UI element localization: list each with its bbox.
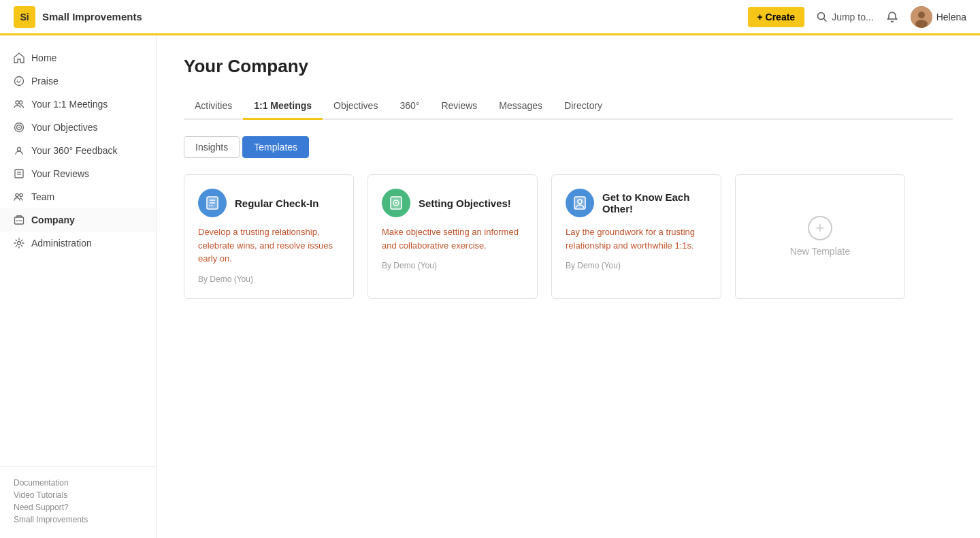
tab-meetings[interactable]: 1:1 Meetings	[243, 93, 323, 120]
tab-messages[interactable]: Messages	[488, 93, 553, 120]
sidebar-item-home[interactable]: Home	[0, 46, 156, 69]
card-desc-1: Develop a trusting relationship, celebra…	[198, 225, 340, 266]
svg-point-27	[209, 205, 210, 206]
sidebar-item-team-label: Team	[31, 191, 54, 202]
notifications-button[interactable]	[886, 11, 898, 23]
card-desc-3: Lay the groundwork for a trusting relati…	[566, 225, 707, 252]
app-name: Small Improvements	[42, 11, 142, 22]
sidebar-item-company[interactable]: Company	[0, 208, 156, 232]
svg-point-31	[395, 202, 397, 204]
tab-activities[interactable]: Activities	[184, 93, 243, 120]
new-template-card[interactable]: + New Template	[735, 174, 905, 299]
footer-link-brand[interactable]: Small Improvements	[14, 515, 142, 524]
sidebar-item-reviews-label: Your Reviews	[31, 168, 89, 179]
card-title-2: Setting Objectives!	[419, 197, 511, 209]
svg-point-4	[915, 20, 928, 28]
praise-icon	[14, 76, 24, 86]
footer-link-docs[interactable]: Documentation	[14, 478, 142, 488]
card-author-2: By Demo (You)	[382, 261, 437, 270]
sub-tab-templates[interactable]: Templates	[242, 136, 309, 158]
page-title: Your Company	[184, 56, 953, 77]
sidebar-item-admin[interactable]: Administration	[0, 232, 156, 255]
company-icon	[14, 215, 24, 225]
card-author-3: By Demo (You)	[566, 261, 621, 270]
sidebar-item-home-label: Home	[31, 52, 56, 63]
sidebar-item-feedback[interactable]: Your 360° Feedback	[0, 139, 156, 162]
sidebar-item-objectives-label: Your Objectives	[31, 122, 98, 133]
footer-link-support[interactable]: Need Support?	[14, 503, 142, 512]
nav-brand: Si Small Improvements	[14, 6, 142, 28]
svg-point-17	[16, 193, 18, 196]
tab-360[interactable]: 360°	[389, 93, 430, 120]
create-button[interactable]: + Create	[748, 7, 805, 27]
card-icon-blue	[198, 189, 227, 217]
main-tabs: Activities 1:1 Meetings Objectives 360° …	[184, 93, 953, 120]
sidebar-item-team[interactable]: Team	[0, 185, 156, 208]
tab-reviews[interactable]: Reviews	[430, 93, 488, 120]
sidebar-item-praise-label: Praise	[31, 76, 59, 86]
home-icon	[14, 52, 24, 63]
top-navigation: Si Small Improvements + Create Jump to..…	[0, 0, 980, 35]
user-menu-button[interactable]: Helena	[911, 6, 966, 28]
template-card-get-to-know[interactable]: Get to Know Each Other! Lay the groundwo…	[551, 174, 721, 299]
sidebar: Home Praise Your	[0, 35, 157, 538]
svg-point-28	[212, 205, 213, 206]
svg-point-5	[15, 77, 24, 86]
svg-point-8	[16, 101, 19, 104]
card-header: Regular Check-In	[198, 189, 340, 217]
svg-point-12	[18, 127, 20, 128]
sidebar-item-meetings-label: Your 1:1 Meetings	[31, 99, 108, 110]
sidebar-footer: Documentation Video Tutorials Need Suppo…	[0, 466, 156, 538]
svg-point-23	[18, 242, 21, 245]
svg-point-13	[18, 148, 21, 151]
card-author-1: By Demo (You)	[198, 274, 253, 284]
main-inner: Your Company Activities 1:1 Meetings Obj…	[157, 35, 980, 319]
main-layout: Home Praise Your	[0, 35, 980, 538]
feedback-icon	[14, 145, 24, 156]
sidebar-nav: Home Praise Your	[0, 35, 156, 466]
team-icon	[14, 191, 24, 202]
sidebar-item-praise[interactable]: Praise	[0, 69, 156, 93]
search-icon	[817, 12, 828, 22]
main-content: Your Company Activities 1:1 Meetings Obj…	[157, 35, 980, 538]
svg-point-18	[20, 193, 22, 196]
svg-line-1	[824, 18, 827, 21]
nav-actions: + Create Jump to... Helena	[748, 6, 967, 28]
admin-icon	[14, 238, 24, 249]
card-icon-green	[382, 189, 410, 217]
meetings-icon	[14, 99, 24, 110]
card-header-2: Setting Objectives!	[382, 189, 523, 217]
tab-objectives[interactable]: Objectives	[323, 93, 389, 120]
sidebar-item-meetings[interactable]: Your 1:1 Meetings	[0, 93, 156, 116]
app-logo: Si	[14, 6, 35, 28]
new-template-label: New Template	[790, 246, 850, 257]
plus-icon: +	[808, 216, 832, 240]
svg-rect-14	[15, 170, 23, 178]
template-cards-grid: Regular Check-In Develop a trusting rela…	[184, 174, 953, 299]
bell-icon	[886, 11, 898, 23]
template-card-setting-objectives[interactable]: Setting Objectives! Make objective setti…	[368, 174, 538, 299]
card-desc-2: Make objective setting an informed and c…	[382, 225, 523, 252]
sidebar-item-reviews[interactable]: Your Reviews	[0, 162, 156, 185]
card-title-3: Get to Know Each Other!	[602, 191, 707, 215]
tab-directory[interactable]: Directory	[553, 93, 613, 120]
avatar	[911, 6, 932, 28]
sidebar-item-company-label: Company	[31, 215, 75, 225]
svg-point-7	[20, 80, 22, 81]
sidebar-item-objectives[interactable]: Your Objectives	[0, 116, 156, 139]
jump-to-button[interactable]: Jump to...	[817, 12, 873, 22]
sidebar-item-feedback-label: Your 360° Feedback	[31, 145, 118, 156]
svg-point-9	[19, 101, 22, 104]
objectives-icon	[14, 122, 24, 133]
user-name: Helena	[936, 12, 966, 22]
card-header-3: Get to Know Each Other!	[566, 189, 707, 217]
svg-point-6	[17, 80, 18, 81]
sub-tab-insights[interactable]: Insights	[184, 136, 240, 158]
template-card-regular-checkin[interactable]: Regular Check-In Develop a trusting rela…	[184, 174, 354, 299]
footer-link-videos[interactable]: Video Tutorials	[14, 490, 142, 500]
reviews-icon	[14, 168, 24, 179]
svg-point-3	[918, 12, 925, 18]
card-title-1: Regular Check-In	[235, 197, 318, 209]
sidebar-item-admin-label: Administration	[31, 238, 92, 249]
sub-tabs: Insights Templates	[184, 136, 953, 158]
